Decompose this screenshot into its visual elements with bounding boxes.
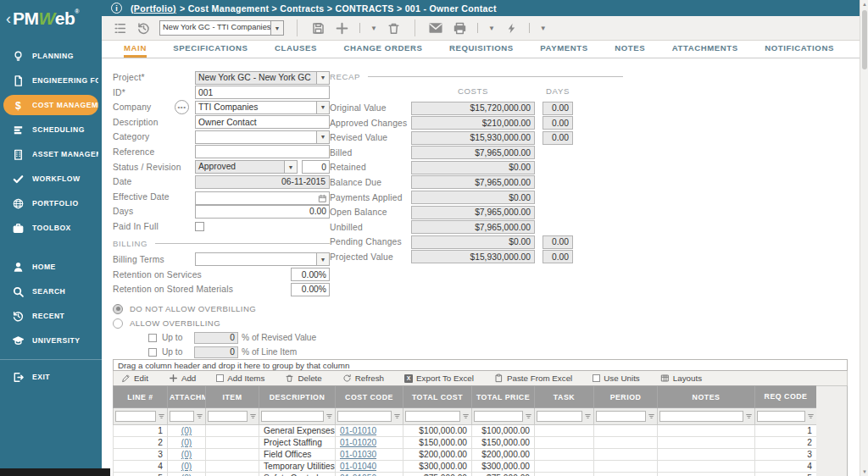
sidebar-item-search[interactable]: SEARCH — [3, 281, 98, 302]
column-header-cost-code[interactable]: COST CODE — [336, 386, 403, 408]
filter-icon[interactable] — [393, 412, 401, 420]
actions-menu-caret-icon[interactable]: ▼ — [539, 23, 548, 34]
up-to-revised-checkbox[interactable] — [148, 334, 157, 342]
retention-materials-field[interactable] — [291, 283, 330, 296]
column-header-total-cost[interactable]: TOTAL COST — [403, 386, 472, 408]
filter-icon[interactable] — [648, 412, 655, 420]
save-icon[interactable] — [310, 20, 326, 36]
info-icon[interactable]: i — [111, 3, 122, 14]
company-select[interactable]: TTI Companies▼ — [195, 101, 330, 114]
grid-edit-button[interactable]: Edit — [121, 374, 148, 383]
list-view-icon[interactable] — [112, 20, 128, 36]
breadcrumb-portfolio-link[interactable]: (Portfolio) — [131, 3, 176, 14]
sidebar-item-scheduling[interactable]: SCHEDULING — [3, 119, 98, 140]
filter-icon[interactable] — [462, 412, 470, 420]
record-selector-dropdown[interactable]: New York GC - TTI Companies - 001 ▼ — [159, 20, 284, 36]
paid-in-full-checkbox[interactable] — [195, 222, 204, 231]
add-menu-caret-icon[interactable]: ▼ — [370, 23, 378, 34]
sidebar-item-cost-management[interactable]: $ COST MANAGEMENT — [3, 95, 98, 115]
column-header-req-code[interactable]: REQ CODE — [755, 386, 817, 408]
filter-icon[interactable] — [196, 412, 203, 420]
filter-icon[interactable] — [525, 412, 532, 420]
filter-input-attachment[interactable] — [170, 411, 194, 422]
cost-code-link[interactable]: 01-01010 — [340, 426, 376, 435]
group-by-bar[interactable]: Drag a column header and drop it here to… — [113, 359, 848, 371]
filter-input-cost-code[interactable] — [337, 411, 392, 422]
grid-use-units-toggle[interactable]: Use Units — [593, 374, 639, 383]
filter-icon[interactable] — [326, 412, 333, 420]
attachment-count-link[interactable]: (0) — [181, 426, 192, 435]
filter-input-description[interactable] — [261, 411, 324, 422]
filter-input-item[interactable] — [208, 411, 248, 422]
column-header-total-price[interactable]: TOTAL PRICE — [472, 386, 535, 408]
column-header-line[interactable]: LINE # — [114, 386, 168, 408]
cost-code-link[interactable]: 01-01020 — [340, 438, 376, 447]
tab-clauses[interactable]: CLAUSES — [275, 41, 317, 58]
category-select[interactable]: ▼ — [195, 130, 330, 144]
filter-input-total-cost[interactable] — [405, 411, 460, 422]
filter-icon[interactable] — [584, 412, 592, 420]
billing-terms-select[interactable]: ▼ — [195, 252, 330, 266]
table-row[interactable]: 2 (0) Project Staffing 01-01020 $150,000… — [114, 437, 817, 449]
sidebar-item-university[interactable]: UNIVERSITY — [3, 330, 98, 351]
company-lookup-button[interactable]: ••• — [175, 100, 189, 114]
table-row[interactable]: 4 (0) Temporary Utilities 01-01040 $300,… — [114, 461, 817, 473]
add-items-checkbox-icon[interactable] — [216, 374, 224, 382]
retention-services-field[interactable] — [291, 268, 330, 281]
table-row[interactable]: 3 (0) Field Offices 01-01030 $200,000.00… — [114, 449, 817, 461]
revision-field[interactable] — [302, 160, 330, 174]
email-icon[interactable] — [428, 20, 444, 36]
sidebar-item-recent[interactable]: RECENT — [3, 306, 98, 326]
column-header-item[interactable]: ITEM — [206, 386, 259, 408]
grid-layouts-button[interactable]: Layouts — [660, 374, 702, 383]
filter-icon[interactable] — [249, 412, 257, 420]
print-icon[interactable] — [452, 20, 468, 36]
column-header-task[interactable]: TASK — [535, 386, 594, 408]
filter-input-total-price[interactable] — [474, 411, 523, 422]
sidebar-item-planning[interactable]: PLANNING — [3, 46, 98, 66]
id-field[interactable] — [195, 86, 330, 99]
chevron-down-icon[interactable]: ▼ — [316, 131, 329, 143]
column-header-notes[interactable]: NOTES — [658, 386, 755, 408]
table-row[interactable]: 1 (0) General Expenses 01-01010 $100,000… — [114, 425, 817, 437]
cost-code-link[interactable]: 01-01030 — [340, 450, 376, 459]
allow-overbilling-radio[interactable] — [113, 318, 123, 329]
tab-main[interactable]: MAIN — [124, 41, 147, 58]
sidebar-collapse-icon[interactable]: ‹ — [6, 11, 11, 26]
tab-specifications[interactable]: SPECIFICATIONS — [173, 41, 248, 58]
attachment-count-link[interactable]: (0) — [181, 462, 192, 471]
filter-icon[interactable] — [807, 412, 815, 420]
scroll-up-arrow-icon[interactable]: ▲ — [860, 0, 868, 8]
filter-input-task[interactable] — [537, 411, 582, 422]
grid-add-button[interactable]: Add — [169, 374, 196, 383]
column-header-description[interactable]: DESCRIPTION — [259, 386, 336, 408]
tab-requisitions[interactable]: REQUISITIONS — [449, 41, 514, 58]
chevron-down-icon[interactable]: ▼ — [270, 21, 283, 35]
grid-refresh-button[interactable]: Refresh — [342, 374, 384, 383]
tab-notifications[interactable]: NOTIFICATIONS — [765, 41, 834, 58]
grid-paste-excel-button[interactable]: Paste From Excel — [494, 374, 572, 383]
chevron-down-icon[interactable]: ▼ — [316, 102, 329, 113]
table-row[interactable]: 5 (0) Safety Controls 01-01050 $75,000.0… — [114, 473, 817, 476]
effective-date-field[interactable] — [195, 191, 330, 205]
filter-icon[interactable] — [158, 412, 165, 420]
sidebar-item-workflow[interactable]: WORKFLOW — [3, 169, 98, 189]
filter-input-line[interactable] — [115, 411, 156, 422]
grid-add-items-button[interactable]: Add Items — [216, 374, 264, 383]
filter-input-notes[interactable] — [659, 411, 743, 422]
up-to-line-item-checkbox[interactable] — [148, 348, 157, 357]
sidebar-item-exit[interactable]: EXIT — [3, 367, 98, 387]
no-overbilling-radio[interactable] — [113, 304, 123, 314]
sidebar-item-home[interactable]: HOME — [3, 257, 98, 277]
tab-payments[interactable]: PAYMENTS — [540, 41, 588, 58]
column-header-period[interactable]: PERIOD — [594, 386, 658, 408]
sidebar-item-toolbox[interactable]: TOOLBOX — [3, 218, 98, 238]
delete-icon[interactable] — [386, 20, 402, 36]
description-field[interactable] — [195, 115, 330, 129]
attachment-count-link[interactable]: (0) — [181, 438, 192, 447]
print-menu-caret-icon[interactable]: ▼ — [487, 23, 496, 34]
actions-bolt-icon[interactable] — [504, 20, 520, 36]
calendar-icon[interactable] — [318, 191, 327, 207]
grid-delete-button[interactable]: Delete — [285, 374, 321, 383]
sidebar-item-asset-management[interactable]: ASSET MANAGEME... — [3, 144, 98, 164]
